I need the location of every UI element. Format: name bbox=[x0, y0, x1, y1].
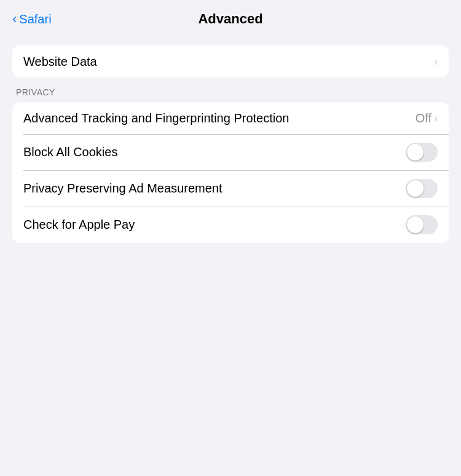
tracking-protection-label: Advanced Tracking and Fingerprinting Pro… bbox=[23, 111, 416, 125]
website-data-value: › bbox=[434, 55, 438, 68]
privacy-section-label: PRIVACY bbox=[12, 87, 449, 102]
privacy-section: PRIVACY Advanced Tracking and Fingerprin… bbox=[12, 87, 449, 243]
website-data-label: Website Data bbox=[23, 55, 434, 69]
privacy-ad-toggle-knob bbox=[407, 180, 424, 197]
tracking-protection-text: Off bbox=[416, 111, 431, 125]
block-cookies-toggle[interactable] bbox=[406, 143, 438, 162]
block-cookies-row: Block All Cookies bbox=[12, 134, 449, 170]
back-chevron-icon: ‹ bbox=[12, 12, 17, 26]
block-cookies-label: Block All Cookies bbox=[23, 145, 406, 159]
back-button[interactable]: ‹ Safari bbox=[12, 12, 52, 26]
tracking-protection-value: Off › bbox=[416, 111, 438, 125]
apple-pay-toggle-knob bbox=[407, 216, 424, 233]
page-title: Advanced bbox=[198, 11, 262, 27]
apple-pay-toggle[interactable] bbox=[406, 215, 438, 234]
tracking-chevron-icon: › bbox=[434, 112, 438, 125]
privacy-ad-label: Privacy Preserving Ad Measurement bbox=[23, 181, 406, 196]
website-data-card: Website Data › bbox=[12, 46, 449, 77]
apple-pay-row: Check for Apple Pay bbox=[12, 207, 449, 243]
block-cookies-toggle-knob bbox=[407, 144, 424, 161]
chevron-right-icon: › bbox=[434, 55, 438, 68]
header: ‹ Safari Advanced bbox=[0, 0, 461, 36]
privacy-ad-row: Privacy Preserving Ad Measurement bbox=[12, 170, 449, 207]
website-data-row[interactable]: Website Data › bbox=[12, 46, 449, 77]
website-data-section: Website Data › bbox=[12, 46, 449, 77]
tracking-protection-row[interactable]: Advanced Tracking and Fingerprinting Pro… bbox=[12, 102, 449, 134]
apple-pay-label: Check for Apple Pay bbox=[23, 218, 406, 232]
privacy-card: Advanced Tracking and Fingerprinting Pro… bbox=[12, 102, 449, 243]
back-label: Safari bbox=[19, 12, 51, 26]
privacy-ad-toggle[interactable] bbox=[406, 179, 438, 198]
